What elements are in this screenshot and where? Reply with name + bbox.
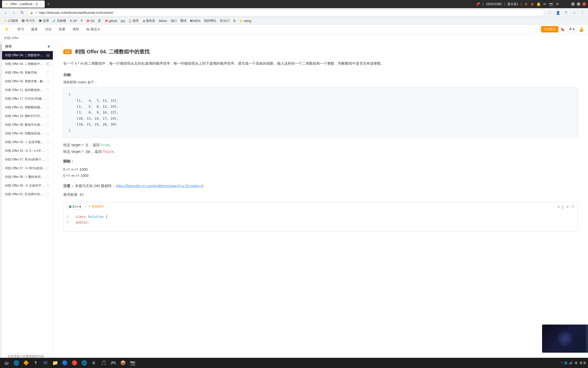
nav-contest[interactable]: 竞赛: [58, 27, 66, 32]
bookmark-blue[interactable]: 🎓 蓝课: [37, 18, 51, 24]
bookmark-nav-icon[interactable]: 🔖: [560, 27, 565, 31]
sidebar-item-21[interactable]: 剑指 Offer 21. 调整数组顺序使...: [2, 103, 53, 112]
sidebar-scroll-handle[interactable]: [0, 42, 2, 362]
nav-discuss[interactable]: 讨论: [44, 27, 53, 32]
address-bar[interactable]: 🔒 ⟳ https://leetcode.cn/leetbook/read/il…: [27, 9, 545, 16]
ai-mode-btn[interactable]: ✦ 智能模式: [88, 204, 104, 209]
bookmark-t[interactable]: T: [79, 19, 84, 23]
timer-icon[interactable]: ⏱: [571, 205, 574, 209]
bookmark-algo[interactable]: 算法LC: [218, 18, 231, 24]
bookmark-mysite[interactable]: 我的网站: [202, 18, 218, 24]
bookmark-rating[interactable]: ⭐ rating: [238, 19, 253, 23]
language-select[interactable]: C++ ▾: [67, 204, 83, 210]
language-btn[interactable]: 中 ▾: [567, 26, 577, 32]
lang-select-chevron: ▾: [79, 205, 81, 209]
format-icon[interactable]: {}: [561, 205, 564, 209]
close-btn[interactable]: [582, 2, 586, 6]
sidebar-item-29[interactable]: 剑指 Offer 29. 顺时针打印矩阵: [2, 112, 53, 121]
taskbar-web-icon[interactable]: 🌐: [80, 358, 89, 367]
capture-pause-icon[interactable]: ⏸: [524, 2, 528, 6]
sidebar-item-53i-circle: [46, 141, 50, 144]
sidebar-item-39[interactable]: 剑指 Offer 39. 数组中出现次数...: [2, 121, 53, 129]
refresh-btn[interactable]: ↻: [18, 9, 26, 16]
sidebar-item-05b[interactable]: 剑指 Offer 05. 替换空格 - 解...: [2, 77, 53, 86]
notification-bell-icon[interactable]: 🔔: [579, 27, 584, 32]
sidebar-item-17[interactable]: 剑指 Offer 17. 打印从1到最大...: [2, 95, 53, 103]
nav-jobs[interactable]: 求职: [71, 27, 80, 32]
sidebar-item-11[interactable]: 剑指 Offer 11. 旋转数组的最小...: [2, 86, 53, 95]
taskbar-game-icon[interactable]: 🎮: [109, 358, 118, 367]
translate-btn[interactable]: T: [562, 9, 570, 16]
maximize-btn[interactable]: [577, 2, 580, 6]
bookmark-poj[interactable]: poj: [119, 19, 126, 23]
menu-btn[interactable]: ⋮: [579, 9, 586, 16]
taskbar-vs-icon[interactable]: W: [41, 358, 50, 367]
forward-btn[interactable]: ›: [10, 9, 17, 16]
taskbar-cam-icon[interactable]: 📷: [128, 358, 137, 367]
taskbar-arrow-up[interactable]: ^: [561, 361, 562, 364]
extensions-btn[interactable]: ⋮: [546, 9, 553, 16]
taskbar-firefox-icon[interactable]: 🔶: [21, 358, 31, 367]
tab-close-btn[interactable]: ×: [40, 3, 42, 6]
code-editor[interactable]: 1 class Solution { 2 public:: [63, 211, 578, 232]
taskbar-blue-icon[interactable]: 🔵: [60, 358, 69, 367]
new-tab-btn[interactable]: +: [46, 2, 51, 6]
back-btn[interactable]: ‹: [2, 9, 9, 16]
sidebar-item-58i[interactable]: 剑指 Offer 58 - I. 翻转单词顺序: [2, 173, 53, 181]
sidebar-item-53ii[interactable]: 剑指 Offer 53 - II. 0～n-1中缺...: [2, 147, 53, 155]
sidebar-item-active[interactable]: 剑指 Offer 04. 二维数组中的查找: [2, 51, 53, 60]
bookmark-lab[interactable]: 🧪 实验楼: [51, 18, 68, 24]
taskbar-volume-icon[interactable]: 🔊: [569, 361, 573, 365]
bookmark-up[interactable]: ⬆ UP: [68, 19, 79, 23]
taskbar-folder-icon[interactable]: 📁: [51, 358, 60, 367]
example2-value: 20: [85, 150, 91, 154]
note-link[interactable]: https://leetcode-cn.com/problems/search-…: [116, 184, 203, 188]
bookmark-c[interactable]: C: [232, 19, 237, 23]
sidebar-item-solved[interactable]: 剑指 Offer 04. 二维数组中的查...: [2, 60, 53, 68]
active-tab[interactable]: ⚡ Offer - LeetBook - 力 ×: [2, 1, 45, 8]
bookmark-port[interactable]: 端口: [169, 18, 178, 24]
nav-store[interactable]: 🛍 商店 ▾: [85, 27, 101, 32]
force-interview-btn[interactable]: 力扣面试: [541, 26, 558, 32]
capture-camera-icon[interactable]: 📷: [549, 2, 553, 6]
capture-stop-icon[interactable]: ⏺: [530, 2, 534, 6]
minimize-btn[interactable]: [571, 2, 575, 6]
bookmark-problems[interactable]: 📋 题库: [127, 18, 140, 24]
nav-problems[interactable]: 题库: [30, 27, 39, 32]
tag-icon[interactable]: 🏷: [80, 192, 84, 197]
sidebar-item-61[interactable]: 剑指 Offer 61. 扑克牌中的顺子: [2, 190, 53, 199]
bookmark-lc-predict[interactable]: ⚡ LC预测: [2, 18, 19, 24]
nav-study[interactable]: 学习: [16, 27, 25, 32]
taskbar-c-icon[interactable]: C: [89, 358, 99, 367]
bookmark-server[interactable]: 🖥 服务器: [141, 18, 157, 24]
taskbar-files-icon[interactable]: 🗂: [2, 358, 11, 367]
taskbar-music-icon[interactable]: 🎵: [99, 358, 108, 367]
sidebar-item-05[interactable]: 剑指 Offer 05. 替换空格: [2, 68, 53, 77]
taskbar-typora-icon[interactable]: T: [31, 358, 40, 367]
reset-icon[interactable]: ↺: [566, 205, 569, 209]
taskbar-pkg-icon[interactable]: 📦: [118, 358, 128, 367]
info-icon[interactable]: ℹ: [558, 205, 559, 209]
sidebar-item-58ii[interactable]: 剑指 Offer 58 - II. 左旋转字符串: [2, 181, 53, 190]
capture-bell-icon[interactable]: 🔔: [536, 2, 541, 6]
bookmark-git[interactable]: 🐙 Git: [84, 19, 96, 23]
bookmark-melon[interactable]: Melon: [157, 19, 169, 23]
taskbar-chrome-icon[interactable]: 🌐: [12, 358, 21, 367]
bookmark-lan[interactable]: 蓝: [96, 18, 103, 24]
bookmark-label-rating: rating: [243, 19, 251, 23]
sidebar-item-57ii[interactable]: 剑指 Offer 57 - II. 和为s的连续...: [2, 164, 53, 173]
capture-x-icon[interactable]: ✕: [556, 2, 559, 6]
bookmark-github[interactable]: 🐙 github: [103, 19, 119, 23]
bookmark-btn[interactable]: ☆: [571, 9, 578, 16]
bookmark-label-poj: poj: [121, 19, 125, 23]
bookmark-translate[interactable]: 翻译: [179, 18, 188, 24]
taskbar-red-icon[interactable]: 🔴: [70, 358, 79, 367]
sidebar-item-45[interactable]: 剑指 Offer 45. 把数组排成最小...: [2, 129, 53, 138]
bookmark-study[interactable]: 📚 学习方: [20, 18, 36, 24]
capture-pencil-icon[interactable]: ✏: [543, 2, 546, 6]
sidebar-item-57[interactable]: 剑指 Offer 57. 和为s的两个数字: [2, 155, 53, 164]
sidebar-item-53i[interactable]: 剑指 Offer 53 - I. 在排序数组中...: [2, 138, 53, 147]
profile-btn[interactable]: 👤: [554, 9, 561, 16]
display-label: 显示器1: [507, 2, 518, 6]
bookmark-mdn[interactable]: M MDN: [189, 19, 202, 23]
